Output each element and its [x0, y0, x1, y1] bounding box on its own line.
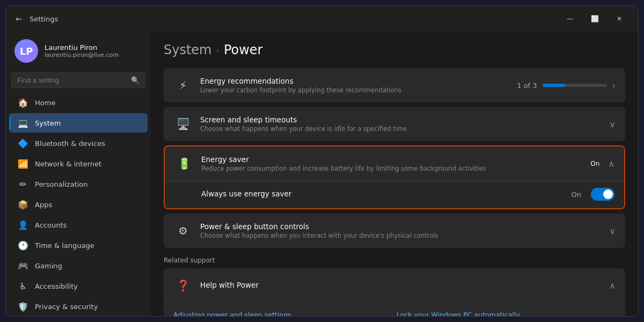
- minimize-button[interactable]: —: [558, 10, 582, 27]
- sidebar-item-label: Accounts: [35, 221, 67, 229]
- toggle-on-label: On: [572, 191, 581, 199]
- energy-saver-text: Energy saver Reduce power consumption an…: [201, 155, 583, 172]
- related-support-label: Related support: [164, 257, 625, 264]
- sidebar-item-system[interactable]: 💻 System: [9, 113, 148, 133]
- help-header[interactable]: ❓ Help with Power ∧: [164, 268, 625, 303]
- screen-sleep-title: Screen and sleep timeouts: [200, 115, 602, 124]
- power-sleep-title: Power & sleep button controls: [200, 222, 602, 231]
- personalization-icon: ✏️: [18, 179, 28, 189]
- energy-saver-status: On: [590, 160, 599, 167]
- screen-sleep-icon: 🖥️: [173, 114, 193, 134]
- search-icon: 🔍: [131, 76, 140, 84]
- screen-sleep-row[interactable]: 🖥️ Screen and sleep timeouts Choose what…: [164, 107, 625, 141]
- power-sleep-text: Power & sleep button controls Choose wha…: [200, 222, 602, 239]
- sidebar-item-label: System: [35, 119, 61, 127]
- maximize-button[interactable]: ⬜: [582, 10, 607, 27]
- energy-saver-subtitle: Reduce power consumption and increase ba…: [201, 165, 583, 172]
- accessibility-icon: ♿: [18, 281, 28, 291]
- energy-saver-right: On ∧: [590, 159, 614, 169]
- search-box[interactable]: 🔍: [11, 72, 145, 88]
- energy-saver-header[interactable]: 🔋 Energy saver Reduce power consumption …: [165, 147, 624, 181]
- help-title: Help with Power: [200, 281, 602, 289]
- power-sleep-row[interactable]: ⚙️ Power & sleep button controls Choose …: [164, 214, 625, 248]
- sidebar-item-home[interactable]: 🏠 Home: [9, 93, 148, 112]
- energy-progress-bar: [543, 84, 607, 87]
- app-title: Settings: [30, 15, 58, 23]
- sidebar-item-label: Gaming: [35, 262, 62, 270]
- sidebar-item-privacy[interactable]: 🛡️ Privacy & security: [9, 297, 148, 316]
- sidebar-item-label: Accessibility: [35, 282, 78, 290]
- avatar[interactable]: LP: [14, 39, 38, 63]
- help-link-0[interactable]: Adjusting power and sleep settings: [173, 311, 392, 316]
- gaming-icon: 🎮: [18, 260, 28, 271]
- sidebar-item-gaming[interactable]: 🎮 Gaming: [9, 256, 148, 275]
- power-sleep-card: ⚙️ Power & sleep button controls Choose …: [164, 214, 625, 248]
- main-content: LP Laurentiu Piron laurentiu.piron@live.…: [6, 32, 638, 316]
- time-icon: 🕐: [18, 240, 28, 251]
- screen-sleep-right: ∨: [609, 119, 616, 129]
- always-use-toggle[interactable]: [591, 188, 614, 201]
- chevron-right-icon: ›: [612, 80, 616, 91]
- sidebar-item-label: Apps: [35, 201, 52, 209]
- search-input[interactable]: [17, 76, 127, 84]
- power-sleep-subtitle: Choose what happens when you interact wi…: [200, 232, 602, 239]
- back-button[interactable]: ←: [12, 12, 25, 25]
- titlebar: ← Settings — ⬜ ✕: [6, 6, 638, 32]
- sidebar-item-label: Personalization: [35, 180, 88, 188]
- sidebar-item-time[interactable]: 🕐 Time & language: [9, 236, 148, 255]
- breadcrumb-current: Power: [224, 42, 263, 57]
- sidebar-item-accessibility[interactable]: ♿ Accessibility: [9, 276, 148, 296]
- close-button[interactable]: ✕: [607, 10, 632, 27]
- screen-sleep-text: Screen and sleep timeouts Choose what ha…: [200, 115, 602, 133]
- help-icon: ❓: [173, 276, 193, 295]
- help-card: ❓ Help with Power ∧ Adjusting power and …: [164, 268, 625, 316]
- energy-rec-badge: 1 of 3: [517, 82, 537, 90]
- energy-saver-card: 🔋 Energy saver Reduce power consumption …: [164, 145, 625, 209]
- sidebar-item-accounts[interactable]: 👤 Accounts: [9, 215, 148, 235]
- chevron-down-icon-2: ∨: [609, 226, 616, 236]
- energy-saver-title: Energy saver: [201, 155, 583, 164]
- sidebar: LP Laurentiu Piron laurentiu.piron@live.…: [6, 32, 151, 316]
- power-sleep-right: ∨: [609, 226, 616, 236]
- accounts-icon: 👤: [18, 219, 28, 230]
- chevron-up-icon: ∧: [608, 159, 614, 169]
- energy-recommendations-row[interactable]: ⚡ Energy recommendations Lower your carb…: [164, 68, 625, 103]
- sidebar-item-bluetooth[interactable]: 🔷 Bluetooth & devices: [9, 134, 148, 153]
- user-name: Laurentiu Piron: [45, 43, 119, 52]
- toggle-group: On: [572, 188, 614, 201]
- user-email: laurentiu.piron@live.com: [45, 52, 119, 58]
- energy-saver-expanded-content: Always use energy saver On: [165, 181, 624, 208]
- sidebar-item-network[interactable]: 📶 Network & internet: [9, 154, 148, 173]
- toggle-thumb: [603, 189, 613, 199]
- chevron-down-icon: ∨: [609, 119, 616, 129]
- sidebar-item-label: Home: [35, 99, 55, 107]
- settings-window: ← Settings — ⬜ ✕ LP Laurentiu Piron laur…: [5, 5, 639, 317]
- energy-rec-icon: ⚡: [173, 76, 193, 95]
- system-icon: 💻: [18, 118, 28, 128]
- help-text: Help with Power: [200, 281, 602, 290]
- titlebar-left: ← Settings: [12, 12, 58, 25]
- home-icon: 🏠: [18, 97, 28, 108]
- sidebar-item-personalization[interactable]: ✏️ Personalization: [9, 174, 148, 194]
- privacy-icon: 🛡️: [18, 301, 28, 312]
- sidebar-item-label: Privacy & security: [35, 303, 98, 311]
- sidebar-item-apps[interactable]: 📦 Apps: [9, 195, 148, 214]
- user-section: LP Laurentiu Piron laurentiu.piron@live.…: [6, 32, 151, 70]
- user-info: Laurentiu Piron laurentiu.piron@live.com: [45, 43, 119, 58]
- sidebar-item-label: Network & internet: [35, 160, 101, 168]
- breadcrumb-parent[interactable]: System: [164, 42, 212, 57]
- energy-rec-right: 1 of 3 ›: [517, 80, 616, 91]
- breadcrumb-separator: ›: [216, 45, 219, 55]
- main-panel: System › Power ⚡ Energy recommendations …: [151, 32, 638, 316]
- energy-rec-title: Energy recommendations: [200, 77, 509, 85]
- screen-sleep-card: 🖥️ Screen and sleep timeouts Choose what…: [164, 107, 625, 141]
- sidebar-item-label: Bluetooth & devices: [35, 140, 105, 148]
- energy-saver-icon: 🔋: [174, 154, 194, 173]
- energy-progress-fill: [543, 84, 565, 87]
- apps-icon: 📦: [18, 199, 28, 210]
- network-icon: 📶: [18, 158, 28, 169]
- energy-recommendations-card: ⚡ Energy recommendations Lower your carb…: [164, 68, 625, 103]
- breadcrumb: System › Power: [164, 42, 625, 57]
- screen-sleep-subtitle: Choose what happens when your device is …: [200, 125, 602, 133]
- help-link-1[interactable]: Lock your Windows PC automatically: [397, 311, 616, 316]
